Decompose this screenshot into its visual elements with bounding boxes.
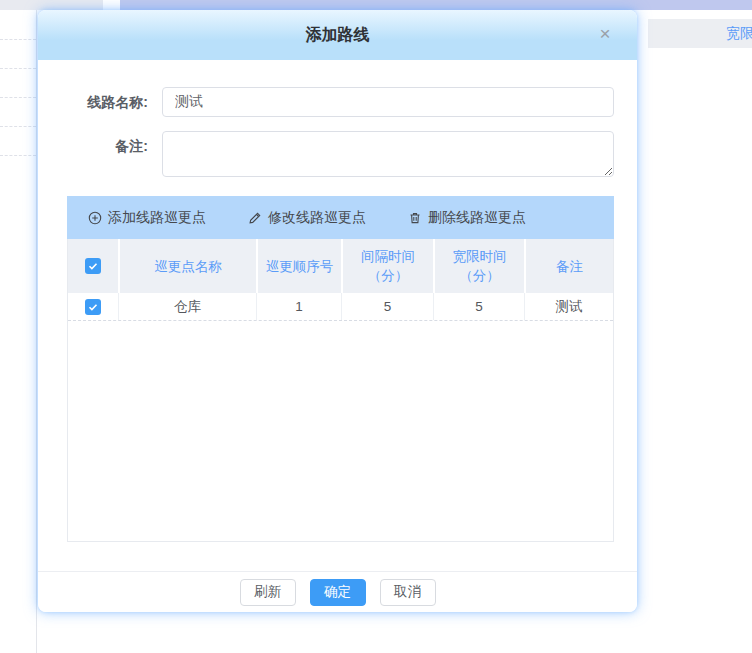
patrol-point-toolbar: 添加线路巡更点 修改线路巡更点 删除 [67,196,614,239]
column-header-interval: 间隔时间 （分） [341,239,433,293]
row-checkbox[interactable] [85,299,101,315]
close-icon[interactable]: × [593,22,617,46]
background-row-line [0,126,36,127]
trash-icon [408,211,422,225]
select-all-cell [68,239,118,293]
delete-patrol-point-button[interactable]: 删除线路巡更点 [408,209,526,227]
column-header-grace: 宽限时间 （分） [433,239,524,293]
route-form: 线路名称: 备注: [38,60,637,177]
cell-interval: 5 [341,293,433,320]
background-top-strip [120,0,752,10]
row-select-cell [68,293,118,320]
add-patrol-point-label: 添加线路巡更点 [108,209,206,227]
dialog-title: 添加路线 [306,25,370,46]
cell-order: 1 [256,293,341,320]
pencil-icon [248,211,262,225]
remark-label: 备注: [38,131,162,161]
route-name-row: 线路名称: [38,87,614,117]
modify-patrol-point-label: 修改线路巡更点 [268,209,366,227]
background-top-strip-left [0,0,103,10]
confirm-button[interactable]: 确定 [310,579,366,606]
background-divider-line [36,10,37,653]
add-route-dialog: 添加路线 × 线路名称: 备注: 添加线 [38,10,637,612]
table-row[interactable]: 仓库 1 5 5 测试 [68,293,613,321]
column-header-remark: 备注 [524,239,613,293]
delete-patrol-point-label: 删除线路巡更点 [428,209,526,227]
select-all-checkbox[interactable] [85,258,101,274]
cell-grace: 5 [433,293,524,320]
route-name-input[interactable] [162,87,614,117]
remark-row: 备注: [38,131,614,177]
background-row-line [0,39,36,40]
background-column-label: 宽限 [726,25,752,43]
route-name-label: 线路名称: [38,87,162,117]
dialog-footer: 刷新 确定 取消 [38,571,637,612]
dialog-header: 添加路线 × [38,10,637,60]
patrol-point-table: 巡更点名称 巡更顺序号 间隔时间 （分） 宽限时间 （分） 备注 [67,239,614,542]
patrol-point-section: 添加线路巡更点 修改线路巡更点 删除 [67,196,614,542]
screen: 宽限 添加路线 × 线路名称: 备注: [0,0,752,653]
cell-name: 仓库 [118,293,256,320]
column-header-order: 巡更顺序号 [256,239,341,293]
background-table-header: 宽限 [648,19,752,48]
refresh-button[interactable]: 刷新 [240,579,296,606]
background-row-line [0,97,36,98]
table-header-row: 巡更点名称 巡更顺序号 间隔时间 （分） 宽限时间 （分） 备注 [68,239,613,293]
add-patrol-point-button[interactable]: 添加线路巡更点 [88,209,206,227]
column-header-name: 巡更点名称 [118,239,256,293]
cell-remark: 测试 [524,293,613,320]
plus-circle-icon [88,211,102,225]
remark-textarea[interactable] [162,131,614,177]
cancel-button[interactable]: 取消 [380,579,436,606]
background-row-line [0,68,36,69]
background-row-line [0,155,36,156]
modify-patrol-point-button[interactable]: 修改线路巡更点 [248,209,366,227]
